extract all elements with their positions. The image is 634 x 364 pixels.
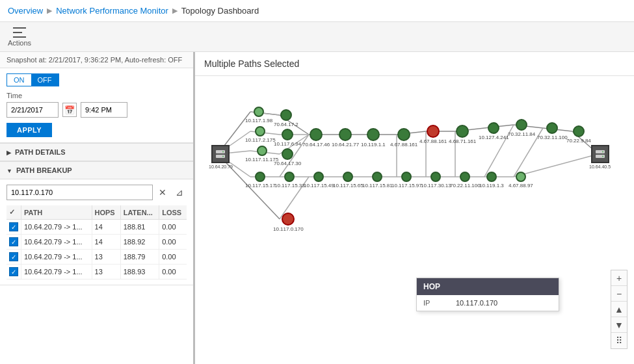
row-loss: 0.00: [159, 265, 187, 280]
pan-up-button[interactable]: ▲: [611, 302, 627, 317]
network-node[interactable]: 4.67.88.97: [509, 172, 533, 189]
row-hops: 14: [92, 235, 120, 250]
table-header-row: ✓ PATH HOPS LATEN... LOSS: [7, 205, 187, 220]
date-input[interactable]: [7, 102, 59, 118]
table-row[interactable]: ✓ 10.64.20.79 -> 1... 14 188.81 0.00: [7, 220, 187, 235]
node-label: 10.117.15.17: [245, 183, 276, 189]
topology-canvas[interactable]: 10.64.20.79 10.117.1.98 10.117.2.175 10.…: [195, 76, 634, 362]
apply-button[interactable]: APPLY: [7, 123, 52, 137]
node-label: 70.32.11.84: [508, 132, 535, 138]
network-node[interactable]: 10.117.15.17: [245, 172, 276, 189]
network-node[interactable]: 10.64.21.77: [332, 128, 359, 148]
pan-down-button[interactable]: ▼: [611, 317, 627, 333]
path-details-header[interactable]: PATH DETAILS: [0, 143, 193, 161]
network-node[interactable]: 10.117.15.65: [333, 172, 363, 189]
node-label: 10.119.1.3: [479, 183, 504, 189]
node-circle: [488, 122, 499, 134]
row-path: 10.64.20.79 -> 1...: [21, 235, 92, 250]
node-circle: [284, 172, 295, 182]
node-circle: [280, 109, 292, 121]
row-checkbox[interactable]: ✓: [9, 222, 18, 231]
breadcrumb-npm[interactable]: Network Performance Monitor: [56, 6, 168, 16]
node-circle: [367, 128, 380, 141]
node-circle: [427, 125, 440, 138]
network-node[interactable]: 10.117.15.97: [391, 172, 422, 189]
path-details-arrow: [7, 148, 11, 156]
network-node[interactable]: 10.117.6.94: [274, 129, 301, 148]
network-node[interactable]: 10.117.1.98: [245, 107, 272, 124]
network-node[interactable]: 10.127.4.241: [479, 122, 509, 141]
node-circle: [573, 125, 585, 137]
ip-filter-input[interactable]: [7, 185, 153, 200]
path-breakup-header[interactable]: PATH BREAKUP: [0, 161, 193, 179]
node-circle: [516, 119, 527, 131]
breadcrumb-sep-1: ▶: [47, 6, 52, 15]
network-node[interactable]: 70.22.11.100: [450, 172, 481, 189]
toggle-off-button[interactable]: OFF: [31, 73, 59, 86]
actions-toolbar: Actions: [0, 22, 634, 52]
node-label: 70.64.17.2: [274, 122, 298, 128]
network-node[interactable]: 10.119.1.1: [361, 128, 386, 148]
row-checkbox[interactable]: ✓: [9, 267, 18, 276]
network-node[interactable]: 4.67.88.161: [419, 125, 447, 145]
network-node[interactable]: 70.64.17.2: [274, 109, 298, 128]
paths-table: ✓ PATH HOPS LATEN... LOSS ✓ 10.64.20.79 …: [7, 205, 187, 280]
network-node[interactable]: 10.117.0.170: [273, 213, 304, 233]
node-label: 10.117.0.170: [273, 227, 304, 233]
network-node[interactable]: 10.117.2.175: [245, 126, 276, 144]
network-node[interactable]: 70.64.17.30: [274, 148, 301, 167]
network-node[interactable]: 70.32.11.100: [537, 122, 568, 141]
row-latency: 188.92: [120, 235, 159, 250]
zoom-in-button[interactable]: +: [611, 270, 627, 286]
time-input[interactable]: [81, 102, 127, 118]
path-breakup-arrow: [7, 166, 12, 174]
breadcrumb-overview[interactable]: Overview: [8, 6, 43, 16]
row-checkbox[interactable]: ✓: [9, 252, 18, 261]
table-row[interactable]: ✓ 10.64.20.79 -> 1... 14 188.92 0.00: [7, 235, 187, 250]
th-latency: LATEN...: [120, 205, 159, 220]
network-node[interactable]: 4.68.71.161: [449, 125, 476, 145]
network-node[interactable]: 70.64.17.46: [302, 128, 330, 148]
drag-handle[interactable]: ⠿: [611, 333, 627, 348]
row-latency: 188.93: [120, 265, 159, 280]
left-panel: Snapshot at: 2/21/2017, 9:36:22 PM, Auto…: [0, 52, 195, 364]
network-node[interactable]: 10.117.15.33: [274, 172, 305, 189]
hop-popup-row: IP 10.117.0.170: [417, 295, 559, 311]
server-node[interactable]: 10.64.40.5: [589, 145, 611, 170]
network-node[interactable]: 10.119.1.3: [479, 172, 504, 189]
filter-icon[interactable]: ⊿: [172, 185, 187, 200]
node-label: 10.117.15.65: [333, 183, 363, 189]
network-node[interactable]: 70.22.9.84: [566, 125, 591, 144]
row-loss: 0.00: [159, 220, 187, 235]
node-label: 10.64.20.79: [209, 164, 233, 170]
svg-point-46: [602, 156, 603, 157]
node-circle: [401, 172, 412, 182]
path-details-label: PATH DETAILS: [15, 148, 66, 156]
network-node[interactable]: 10.117.15.81: [362, 172, 393, 189]
right-panel: Multiple Paths Selected 10.64.20.79 10.1…: [195, 52, 634, 364]
node-circle: [456, 125, 469, 138]
row-checkbox[interactable]: ✓: [9, 237, 18, 246]
node-circle: [255, 172, 265, 182]
table-row[interactable]: ✓ 10.64.20.79 -> 1... 13 188.93 0.00: [7, 265, 187, 280]
node-circle: [516, 172, 526, 182]
clear-icon[interactable]: ✕: [155, 185, 170, 200]
zoom-out-button[interactable]: −: [611, 286, 627, 302]
th-loss: LOSS: [159, 205, 187, 220]
network-node[interactable]: 70.32.11.84: [508, 119, 535, 138]
server-node[interactable]: 10.64.20.79: [209, 145, 233, 170]
network-node[interactable]: 10.117.15.49: [304, 172, 334, 189]
calendar-icon[interactable]: 📅: [62, 103, 77, 117]
table-row[interactable]: ✓ 10.64.20.79 -> 1... 13 188.79 0.00: [7, 250, 187, 265]
node-label: 10.117.15.97: [391, 183, 422, 189]
node-label: 4.67.88.97: [509, 183, 533, 189]
actions-button[interactable]: Actions: [8, 27, 31, 47]
node-circle: [282, 148, 293, 160]
network-node[interactable]: 10.117.30.13: [421, 172, 451, 189]
node-circle: [254, 107, 264, 117]
breadcrumb-current: Topology Dashboard: [181, 6, 259, 16]
network-node[interactable]: 4.67.88.161: [390, 128, 417, 148]
toggle-on-button[interactable]: ON: [7, 73, 31, 86]
path-breakup-section: ✕ ⊿ ✓ PATH HOPS LATEN... LOSS ✓ 10.64.20…: [0, 179, 193, 285]
row-latency: 188.79: [120, 250, 159, 265]
